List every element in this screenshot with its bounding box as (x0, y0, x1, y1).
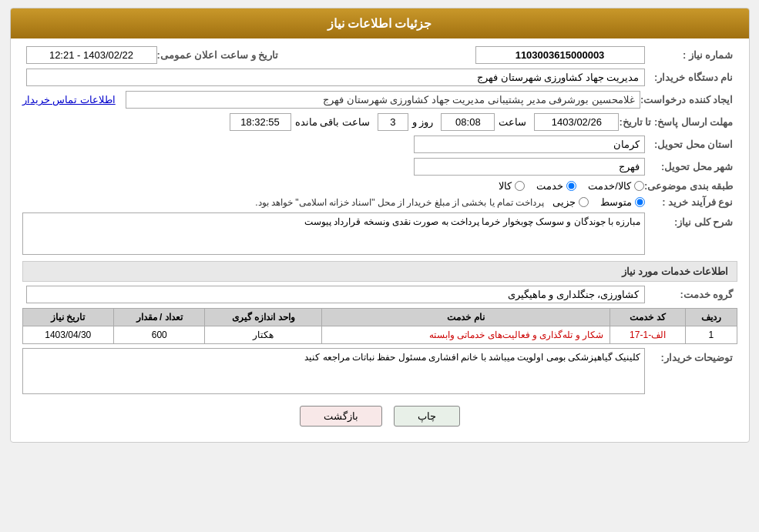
process-label-jozi: جزیی (552, 196, 576, 208)
process-option-jozi: جزیی (552, 196, 589, 208)
back-button[interactable]: بازگشت (300, 406, 382, 427)
category-label-khedmat: خدمت (536, 180, 563, 192)
cell-quantity: 600 (114, 326, 205, 344)
category-label: طبقه بندی موضوعی: (644, 180, 737, 192)
deadline-date: 1403/02/26 (534, 113, 619, 131)
buyer-notes-row: توضیحات خریدار: (22, 348, 737, 394)
category-option-khedmat: خدمت (536, 180, 576, 192)
cell-service-name: شکار و تله‌گذاری و فعالیت‌های خدماتی واب… (322, 326, 610, 344)
announce-date-value: 1403/02/22 - 12:21 (26, 46, 157, 64)
province-row: استان محل تحویل: کرمان (22, 136, 737, 153)
day-value: 3 (378, 113, 408, 131)
col-code: کد خدمت (610, 309, 685, 326)
process-radio-motavasset[interactable] (635, 197, 645, 207)
remaining-label: ساعت باقی مانده (295, 116, 370, 128)
need-desc-textarea[interactable] (22, 212, 645, 255)
cell-row: 1 (686, 326, 737, 344)
process-option-motavasset: متوسط (600, 196, 645, 208)
process-label-motavasset: متوسط (600, 196, 632, 208)
category-label-kala-khedmat: کالا/خدمت (588, 180, 631, 192)
buyer-name-value: مدیریت جهاد کشاورزی شهرستان فهرج (26, 69, 645, 86)
need-number-row: شماره نیاز : 1103003615000003 تاریخ و سا… (22, 46, 737, 64)
service-group-value: کشاورزی، جنگلداری و ماهیگیری (26, 286, 645, 303)
process-radio-group: جزیی متوسط (552, 196, 645, 208)
category-radio-kala-khedmat[interactable] (634, 181, 644, 191)
deadline-row: مهلت ارسال پاسخ: تا تاریخ: 1403/02/26 سا… (22, 113, 737, 131)
content-area: شماره نیاز : 1103003615000003 تاریخ و سا… (11, 38, 749, 442)
buyer-notes-textarea[interactable] (22, 348, 645, 394)
deadline-label: مهلت ارسال پاسخ: تا تاریخ: (619, 116, 737, 128)
need-desc-row: شرح کلی نیاز: (22, 212, 737, 255)
creator-value: غلامحسین بورشرفی مدیر پشتیبانی مدیریت جه… (126, 91, 640, 109)
buyer-name-row: نام دستگاه خریدار: مدیریت جهاد کشاورزی ش… (22, 69, 737, 86)
col-unit: واحد اندازه گیری (205, 309, 322, 326)
page-header: جزئیات اطلاعات نیاز (11, 8, 749, 38)
process-label: نوع فرآیند خرید : (645, 196, 737, 208)
cell-date: 1403/04/30 (22, 326, 114, 344)
city-row: شهر محل تحویل: فهرج (22, 158, 737, 176)
service-group-row: گروه خدمت: کشاورزی، جنگلداری و ماهیگیری (22, 286, 737, 303)
process-note: پرداخت تمام یا بخشی از مبلغ خریدار از مح… (22, 197, 545, 208)
category-radio-kala[interactable] (515, 181, 525, 191)
category-option-kala: کالا (499, 180, 525, 192)
table-row: 1 الف-1-17 شکار و تله‌گذاری و فعالیت‌های… (22, 326, 737, 344)
process-row: نوع فرآیند خرید : جزیی متوسط پرداخت تمام… (22, 196, 737, 208)
cell-unit: هکتار (205, 326, 322, 344)
buyer-notes-label: توضیحات خریدار: (645, 348, 737, 363)
category-row: طبقه بندی موضوعی: کالا خدمت کالا/خدمت (22, 180, 737, 192)
need-number-value: 1103003615000003 (475, 46, 645, 64)
category-option-kala-khedmat: کالا/خدمت (588, 180, 644, 192)
category-label-kala: کالا (499, 180, 512, 192)
announce-date-label: تاریخ و ساعت اعلان عمومی: (157, 49, 283, 61)
creator-row: ایجاد کننده درخواست: غلامحسین بورشرفی مد… (22, 91, 737, 109)
print-button[interactable]: چاپ (394, 406, 460, 427)
time-label: ساعت (499, 116, 526, 128)
province-label: استان محل تحویل: (645, 139, 737, 150)
need-number-label: شماره نیاز : (645, 49, 737, 61)
city-value: فهرج (414, 158, 645, 176)
services-table: ردیف کد خدمت نام خدمت واحد اندازه گیری ت… (22, 308, 737, 344)
col-date: تاریخ نیاز (22, 309, 114, 326)
main-container: جزئیات اطلاعات نیاز شماره نیاز : 1103003… (10, 8, 750, 443)
col-row: ردیف (686, 309, 737, 326)
remaining-value: 18:32:55 (230, 113, 291, 131)
header-title: جزئیات اطلاعات نیاز (327, 17, 432, 30)
button-row: چاپ بازگشت (22, 406, 737, 427)
service-group-label: گروه خدمت: (645, 289, 737, 300)
col-quantity: تعداد / مقدار (114, 309, 205, 326)
cell-code: الف-1-17 (610, 326, 685, 344)
need-desc-label: شرح کلی نیاز: (645, 212, 737, 228)
time-value: 08:08 (441, 113, 495, 131)
buyer-name-label: نام دستگاه خریدار: (645, 72, 737, 83)
city-label: شهر محل تحویل: (645, 161, 737, 172)
services-section-header: اطلاعات خدمات مورد نیاز (22, 261, 737, 282)
category-radio-group: کالا خدمت کالا/خدمت (499, 180, 644, 192)
category-radio-khedmat[interactable] (566, 181, 576, 191)
day-label: روز و (412, 116, 434, 128)
contact-link[interactable]: اطلاعات تماس خریدار (22, 94, 116, 105)
province-value: کرمان (414, 136, 645, 153)
process-radio-jozi[interactable] (579, 197, 589, 207)
col-service-name: نام خدمت (322, 309, 610, 326)
creator-label: ایجاد کننده درخواست: (640, 94, 737, 105)
